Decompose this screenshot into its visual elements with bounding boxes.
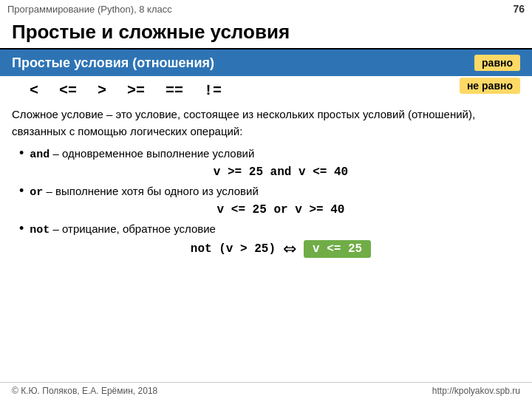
keyword-or: or — [30, 184, 43, 202]
op-eq: == — [166, 82, 183, 99]
code-or: v <= 25 or v >= 40 — [41, 202, 520, 218]
bullet-dot-or: • — [19, 182, 24, 200]
footer-right: http://kpolyakov.spb.ru — [432, 386, 520, 396]
arrow-icon: ⇔ — [283, 239, 296, 259]
code-not: not (v > 25) — [191, 241, 276, 257]
code-not-row: not (v > 25) ⇔ v <= 25 — [41, 239, 520, 259]
blue-header: Простые условия (отношения) равно — [0, 50, 532, 76]
op-lte: <= — [59, 82, 77, 99]
bullet-not: • not – отрицание, обратное условие not … — [12, 219, 520, 259]
bullet-and: • and – одновременное выполнение условий… — [12, 144, 520, 180]
op-lt: < — [30, 82, 38, 99]
footer-left: © К.Ю. Поляков, Е.А. Ерёмин, 2018 — [12, 386, 157, 396]
course-label: Программирование (Python), 8 класс — [7, 4, 172, 15]
badge-ravno: равно — [474, 55, 520, 71]
footer: © К.Ю. Поляков, Е.А. Ерёмин, 2018 http:/… — [0, 382, 532, 399]
bullet-dot-not: • — [19, 219, 24, 238]
keyword-and: and — [30, 146, 50, 164]
bullet-text-or: – выполнение хотя бы одного из условий — [43, 183, 258, 200]
description-text: Сложное условие – это условие, состоящее… — [0, 100, 532, 143]
blue-header-label: Простые условия (отношения) — [12, 55, 214, 71]
keyword-not: not — [30, 222, 50, 239]
op-gt: > — [98, 82, 106, 99]
bullet-or: • or – выполнение хотя бы одного из усло… — [12, 182, 520, 218]
bullet-text-not: – отрицание, обратное условие — [50, 220, 216, 238]
operators-row: < <= > >= == != не равно — [0, 76, 532, 100]
bullet-dot-and: • — [19, 144, 24, 163]
slide-number: 76 — [513, 3, 525, 15]
op-gte: >= — [127, 82, 145, 99]
bullet-text-and: – одновременное выполнение условий — [50, 145, 254, 163]
badge-ne-ravno: не равно — [460, 78, 520, 94]
code-and: v >= 25 and v <= 40 — [41, 164, 520, 180]
green-badge-not: v <= 25 — [304, 240, 371, 258]
page-title: Простые и сложные условия — [0, 18, 532, 50]
op-neq: != — [204, 82, 222, 99]
bullet-section: • and – одновременное выполнение условий… — [0, 143, 532, 262]
